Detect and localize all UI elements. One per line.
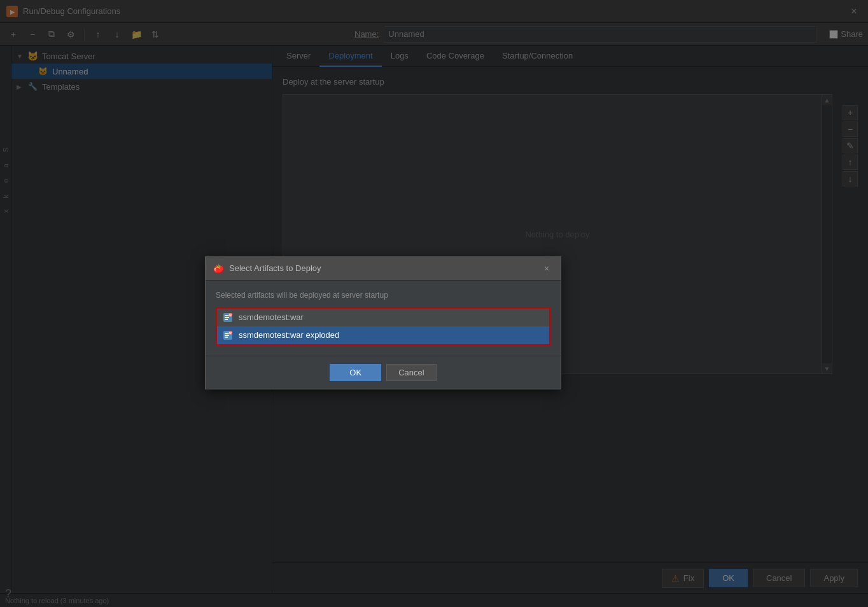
modal-cancel-button[interactable]: Cancel <box>386 364 436 381</box>
svg-text:W: W <box>229 314 232 317</box>
svg-rect-10 <box>225 335 229 336</box>
main-window: ▶ Run/Debug Configurations × + − ⧉ ⚙ ↑ ↓… <box>0 0 868 607</box>
svg-text:W: W <box>229 331 232 335</box>
modal-ok-button[interactable]: OK <box>330 364 381 381</box>
svg-rect-5 <box>225 319 228 320</box>
svg-rect-11 <box>225 337 228 338</box>
svg-rect-4 <box>225 317 229 318</box>
war-exploded-icon: W <box>222 330 234 341</box>
modal-title-bar: 🍅 Select Artifacts to Deploy × <box>206 257 561 281</box>
artifact-item-war[interactable]: W ssmdemotest:war <box>217 309 549 326</box>
modal-description: Selected artifacts will be deployed at s… <box>216 291 550 300</box>
artifacts-list: W ssmdemotest:war <box>216 307 550 345</box>
artifact-item-war-exploded[interactable]: W ssmdemotest:war exploded <box>217 326 549 344</box>
modal-body: Selected artifacts will be deployed at s… <box>206 281 561 356</box>
modal-overlay: 🍅 Select Artifacts to Deploy × Selected … <box>0 0 868 607</box>
modal-title: Select Artifacts to Deploy <box>229 263 535 273</box>
artifact-war-name: ssmdemotest:war <box>239 312 304 322</box>
artifact-war-exploded-name: ssmdemotest:war exploded <box>239 330 339 340</box>
modal-title-icon: 🍅 <box>213 263 224 274</box>
modal-footer: OK Cancel <box>206 356 561 389</box>
select-artifacts-modal: 🍅 Select Artifacts to Deploy × Selected … <box>205 256 561 389</box>
modal-close-button[interactable]: × <box>540 262 553 275</box>
war-icon: W <box>222 312 234 323</box>
